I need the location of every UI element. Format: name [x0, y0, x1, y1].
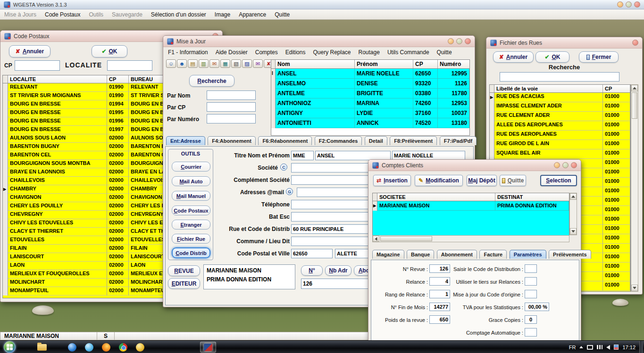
- column-cp[interactable]: CP: [107, 75, 129, 83]
- show-desktop-button[interactable]: [639, 341, 643, 353]
- maximize-button[interactable]: [456, 38, 462, 44]
- tab-abonnement[interactable]: Abonnement: [437, 250, 477, 259]
- nom-input[interactable]: [315, 151, 391, 160]
- tray-expand-icon[interactable]: [579, 346, 583, 348]
- recherche-input[interactable]: [500, 72, 619, 82]
- maj-code-origine-input[interactable]: [525, 290, 537, 298]
- tab-ent-adresse[interactable]: Ent:Adresse: [166, 136, 205, 145]
- cp-input[interactable]: [15, 60, 60, 71]
- column-prenom[interactable]: Prénom: [355, 60, 413, 68]
- column-cp[interactable]: CP: [603, 85, 630, 92]
- code-distribution-input[interactable]: [525, 264, 537, 273]
- menu-aide-dossier[interactable]: Aide Dossier: [212, 48, 251, 57]
- scrollbar-thumb[interactable]: [380, 236, 432, 241]
- mail-copy-icon[interactable]: G: [286, 188, 293, 195]
- selection-button[interactable]: Selection: [540, 175, 577, 186]
- table-row[interactable]: RUE CLEMENT ADER 01000: [490, 112, 630, 121]
- clock[interactable]: 17:12: [622, 345, 636, 350]
- language-indicator[interactable]: FR: [569, 345, 576, 350]
- vertical-scrollbar[interactable]: [631, 84, 638, 292]
- menu-f1-information[interactable]: F1 - Information: [164, 48, 212, 57]
- tab-f6-reabonnement[interactable]: F6:Réabonnement: [258, 136, 312, 145]
- app-titlebar[interactable]: WGESTA Version 3.1.3: [0, 0, 644, 9]
- comptes-clients-titlebar[interactable]: Comptes Clients: [368, 160, 581, 171]
- card-icon[interactable]: ▦: [220, 59, 230, 68]
- menu-mise-a-jours[interactable]: Mise à Jours: [0, 10, 41, 19]
- numero-button[interactable]: N°: [301, 265, 323, 276]
- tab-facture[interactable]: Facture: [479, 250, 507, 259]
- table-row[interactable]: RUE DES AEROPLANES 01000: [490, 131, 630, 140]
- volume-tray-icon[interactable]: [606, 345, 610, 350]
- scroll-up-icon[interactable]: [570, 193, 577, 200]
- recherche-button[interactable]: Recherche: [189, 75, 234, 87]
- display-tray-icon[interactable]: [587, 345, 593, 350]
- table-row[interactable]: SQUARE BEL AIR 01000: [490, 149, 630, 159]
- save-icon[interactable]: ▨: [242, 59, 252, 68]
- ok-button[interactable]: ✔ OK: [92, 45, 127, 57]
- menu-image[interactable]: Image: [210, 10, 234, 19]
- prenom-input[interactable]: [392, 151, 465, 160]
- tab-prelevements[interactable]: Prélèvements: [549, 250, 591, 259]
- menu-code-postaux[interactable]: Code Postaux: [41, 10, 84, 19]
- table-row[interactable]: ALLEE DES AEROPLANES 01000: [490, 121, 630, 131]
- maximize-button[interactable]: [562, 162, 569, 168]
- menu-outils[interactable]: Outils: [84, 10, 108, 19]
- tab-parametres[interactable]: Paramètres: [510, 250, 546, 259]
- mail-icon[interactable]: ✉: [209, 59, 219, 68]
- action-center-flag-icon[interactable]: [614, 345, 619, 350]
- copy-icon[interactable]: ▤: [188, 59, 198, 68]
- add-person-icon[interactable]: ☺: [166, 59, 176, 68]
- close-button[interactable]: [632, 40, 638, 46]
- tab-detail[interactable]: Detail: [365, 136, 387, 145]
- insertion-button[interactable]: ⇄ Insertion: [373, 175, 411, 186]
- nb-adr-button[interactable]: Nb Adr: [325, 265, 351, 276]
- people-icon[interactable]: ☻: [177, 59, 187, 68]
- grid-row[interactable]: I ANSEL MARIE NOELLE 62650 12995: [271, 69, 469, 79]
- utility-taskbar-icon[interactable]: [132, 342, 148, 353]
- scrollbar-thumb[interactable]: [632, 92, 637, 119]
- mailing-icon[interactable]: ✉: [253, 59, 263, 68]
- scroll-up-icon[interactable]: [631, 85, 638, 91]
- fermer-button[interactable]: Fermer: [579, 51, 619, 63]
- par-cp-input[interactable]: [207, 102, 256, 112]
- tab-f4-abonnement[interactable]: F4:Abonnement: [208, 136, 256, 145]
- close-button[interactable]: [634, 1, 640, 8]
- explorer-taskbar-icon[interactable]: [34, 342, 50, 353]
- column-nom[interactable]: Nom: [276, 60, 355, 68]
- column-destinat[interactable]: DESTINAT: [495, 193, 569, 201]
- ok-button[interactable]: ✔ OK: [535, 51, 569, 63]
- close-button[interactable]: [465, 38, 471, 44]
- tab-f2-commandes[interactable]: F2:Commandes: [315, 136, 362, 145]
- vertical-scrollbar[interactable]: [569, 193, 577, 235]
- code-postal-input[interactable]: [291, 249, 333, 258]
- maximize-button[interactable]: [626, 1, 632, 8]
- scroll-left-icon[interactable]: [373, 236, 379, 242]
- tab-banque[interactable]: Banque: [407, 250, 434, 259]
- column-cp[interactable]: CP: [413, 60, 438, 68]
- menu-selection-dossier[interactable]: Sélection d'un dossier: [147, 10, 210, 19]
- maj-depot-button[interactable]: Maj Dépôt: [467, 175, 497, 186]
- scroll-down-icon[interactable]: [570, 228, 577, 235]
- close-button[interactable]: [571, 162, 577, 168]
- internet-explorer-taskbar-icon[interactable]: [64, 342, 80, 353]
- menu-editions[interactable]: Editions: [282, 48, 309, 57]
- revue-button[interactable]: REVUE: [168, 265, 200, 276]
- menu-quitte[interactable]: Quitte: [270, 10, 294, 19]
- fichier-rues-titlebar[interactable]: Fichier des Rues: [486, 37, 642, 49]
- grid-row[interactable]: ANTIGNY LYDIE 37160 10037: [271, 108, 469, 118]
- tiers-relances-input[interactable]: [525, 277, 537, 286]
- grid-row[interactable]: ANTHONIOZ MARINA 74260 12953: [271, 99, 469, 108]
- wgesta-taskbar-icon[interactable]: [200, 342, 216, 353]
- column-numero[interactable]: Numéro: [438, 60, 469, 68]
- column-libelle[interactable]: Libellé de la voie: [494, 85, 603, 92]
- par-numero-input[interactable]: [207, 114, 256, 123]
- annuler-button[interactable]: ✘ Annuler: [9, 45, 50, 57]
- table-row[interactable]: IMPASSE CLEMENT ADER 01000: [490, 102, 630, 112]
- tva-statistiques-input[interactable]: [525, 303, 549, 311]
- tab-magazine[interactable]: Magazine: [372, 250, 404, 259]
- quitte-button[interactable]: Quitte: [500, 175, 526, 186]
- menu-query-replace[interactable]: Query Replace: [309, 48, 354, 57]
- menu-sauvegarde[interactable]: Sauvegarde: [108, 10, 147, 19]
- pages-icon[interactable]: ▥: [199, 59, 209, 68]
- grid-row[interactable]: ANTONIETTI ANNICK 74520 13180: [271, 118, 469, 128]
